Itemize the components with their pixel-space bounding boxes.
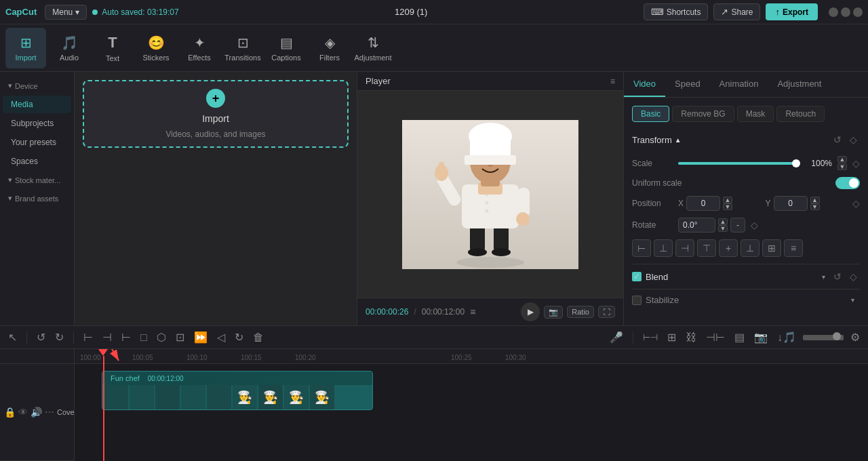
tl-mask-button[interactable]: ⬡: [154, 328, 169, 346]
tl-chain-button[interactable]: ⛓: [683, 329, 699, 346]
tl-select-tool[interactable]: ↖: [5, 328, 20, 346]
pos-x-down[interactable]: ▼: [723, 203, 732, 210]
tl-freeze-button[interactable]: ⊡: [173, 328, 187, 346]
rotate-up[interactable]: ▲: [718, 218, 728, 225]
player-viewport: [357, 91, 623, 298]
tl-transform-button[interactable]: ↻: [232, 328, 246, 346]
tl-zoom-slider[interactable]: [803, 335, 844, 340]
align-grid-button[interactable]: ⊞: [762, 239, 781, 257]
fullscreen-button[interactable]: ⛶: [598, 306, 615, 318]
import-zone[interactable]: + Import Videos, audios, and images: [83, 80, 349, 148]
share-button[interactable]: ↗ Share: [713, 3, 760, 20]
screenshot-button[interactable]: 📷: [544, 306, 563, 319]
play-button[interactable]: ▶: [521, 302, 540, 321]
uniform-scale-toggle[interactable]: [835, 177, 860, 189]
tl-split-button[interactable]: ⊢: [81, 328, 96, 346]
pos-y-down[interactable]: ▼: [810, 203, 820, 210]
tool-adjustment[interactable]: ⇅ Adjustment: [353, 28, 393, 68]
blend-reset-button[interactable]: ↺: [831, 270, 844, 283]
scale-up-button[interactable]: ▲: [837, 156, 847, 163]
subtab-basic[interactable]: Basic: [632, 106, 669, 122]
scale-keyframe-button[interactable]: ◇: [852, 158, 860, 169]
transform-keyframe-button[interactable]: ◇: [847, 133, 860, 146]
sidebar-item-device[interactable]: ▾ Device: [0, 77, 74, 94]
tl-caption-button[interactable]: ▤: [732, 328, 747, 346]
tab-adjustment[interactable]: Adjustment: [768, 72, 831, 97]
captions-toggle-icon[interactable]: ≡: [470, 306, 475, 317]
tl-trim-start-button[interactable]: ⊣: [100, 328, 115, 346]
tl-undo-button[interactable]: ↺: [34, 328, 48, 346]
tl-unchain-button[interactable]: ⊣⊢: [703, 328, 728, 346]
track-audio-icon[interactable]: 🔊: [31, 407, 42, 418]
tool-transitions[interactable]: ⊡ Transitions: [222, 28, 263, 68]
sidebar-item-spaces[interactable]: Spaces: [3, 153, 71, 170]
timeline-clip[interactable]: Fun chef 00:00:12:00 👨‍🍳 👨‍🍳: [102, 371, 373, 410]
tl-redo-button[interactable]: ↻: [52, 328, 66, 346]
align-right-button[interactable]: ⊣: [675, 239, 694, 257]
rotate-flip-button[interactable]: -: [730, 218, 745, 233]
sidebar-item-media[interactable]: Media: [3, 96, 71, 113]
blend-checkbox[interactable]: ✓: [632, 272, 642, 281]
tool-text[interactable]: T Text: [92, 28, 133, 68]
align-bottom-button[interactable]: ⊥: [741, 239, 760, 257]
tl-crop-button[interactable]: □: [138, 329, 150, 346]
tab-animation[interactable]: Animation: [710, 72, 768, 97]
ratio-button[interactable]: Ratio: [567, 306, 594, 318]
scale-down-button[interactable]: ▼: [837, 163, 847, 170]
tl-reverse-button[interactable]: ◁: [214, 328, 228, 346]
blend-keyframe-button[interactable]: ◇: [847, 270, 860, 283]
shortcuts-button[interactable]: ⌨ Shortcuts: [644, 3, 709, 20]
tool-stickers[interactable]: 😊 Stickers: [136, 28, 176, 68]
rotate-down[interactable]: ▼: [718, 225, 728, 232]
tool-audio[interactable]: 🎵 Audio: [49, 28, 90, 68]
scale-slider[interactable]: [678, 162, 796, 165]
tl-delete-button[interactable]: 🗑: [250, 329, 267, 346]
sidebar-item-stock[interactable]: ▾ Stock mater...: [0, 172, 74, 188]
rotate-keyframe-button[interactable]: ◇: [751, 220, 758, 230]
tab-video[interactable]: Video: [624, 72, 665, 97]
rotate-input[interactable]: [678, 218, 715, 233]
sidebar-item-presets[interactable]: Your presets: [3, 134, 71, 151]
maximize-button[interactable]: [841, 7, 850, 17]
sidebar-item-brand[interactable]: ▾ Brand assets: [0, 190, 74, 207]
tl-settings-button[interactable]: ⚙: [848, 328, 863, 346]
tl-mic-button[interactable]: 🎤: [607, 328, 626, 346]
track-eye-icon[interactable]: 👁: [18, 407, 28, 418]
tl-audio-extract-button[interactable]: ↓🎵: [774, 328, 799, 346]
tl-speed-button[interactable]: ⏩: [191, 328, 210, 346]
tool-filters[interactable]: ◈ Filters: [309, 28, 350, 68]
tl-trim-end-button[interactable]: ⊢: [119, 328, 134, 346]
align-distribute-button[interactable]: ≡: [784, 239, 803, 257]
track-lock-icon[interactable]: 🔒: [4, 407, 16, 418]
tab-speed[interactable]: Speed: [665, 72, 710, 97]
blend-expand-icon[interactable]: ▾: [822, 273, 825, 281]
tool-effects[interactable]: ✦ Effects: [179, 28, 220, 68]
track-more-icon[interactable]: ⋯: [45, 407, 54, 418]
tool-import[interactable]: ⊞ Import: [5, 28, 46, 68]
stabilize-expand-icon[interactable]: ▾: [851, 296, 854, 304]
align-center-v-button[interactable]: +: [719, 239, 738, 257]
sidebar-item-subprojects[interactable]: Subprojects: [3, 115, 71, 132]
pos-y-input[interactable]: [774, 196, 808, 211]
pos-y-up[interactable]: ▲: [810, 197, 820, 203]
align-top-button[interactable]: ⊤: [697, 239, 716, 257]
player-menu-icon[interactable]: ≡: [610, 77, 615, 86]
align-left-button[interactable]: ⊢: [632, 239, 651, 257]
subtab-removebg[interactable]: Remove BG: [672, 106, 734, 122]
export-button[interactable]: ↑ Export: [766, 3, 818, 20]
stabilize-checkbox[interactable]: [632, 296, 642, 305]
tool-captions[interactable]: ▤ Captions: [266, 28, 307, 68]
align-center-h-button[interactable]: ⊥: [654, 239, 673, 257]
position-keyframe-button[interactable]: ◇: [852, 198, 860, 209]
subtab-mask[interactable]: Mask: [737, 106, 774, 122]
minimize-button[interactable]: [829, 7, 838, 17]
subtab-retouch[interactable]: Retouch: [776, 106, 825, 122]
pos-x-input[interactable]: [686, 196, 720, 211]
close-button[interactable]: [853, 7, 863, 17]
pos-x-up[interactable]: ▲: [723, 197, 732, 203]
tl-screenshot-button[interactable]: 📷: [751, 328, 770, 346]
tl-merge-button[interactable]: ⊞: [665, 328, 679, 346]
tl-split-right-button[interactable]: ⊢⊣: [640, 329, 660, 345]
transform-reset-button[interactable]: ↺: [831, 133, 844, 146]
menu-button[interactable]: Menu ▾: [45, 5, 87, 20]
